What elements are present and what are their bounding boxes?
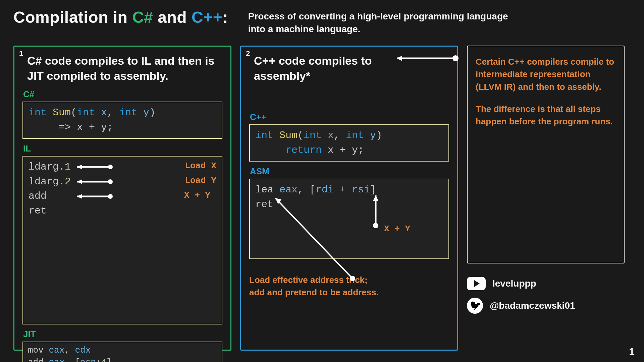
title-cpp: C++ [192,8,222,26]
twitter-icon [467,298,483,314]
il-annot-xy: X + Y [184,189,210,202]
asm-annot-xy: X + Y [384,223,410,236]
title-suffix: : [222,8,228,26]
code-cpp: int Sum(int x, int y) return x + y; [249,124,449,162]
page-title: Compilation in C# and C++: [13,8,228,26]
youtube-link[interactable]: leveluppp [467,277,625,290]
arrow-icon [77,165,117,169]
svg-point-17 [452,55,459,61]
svg-marker-4 [77,179,82,184]
twitter-link[interactable]: @badamczewski01 [467,298,625,314]
svg-point-2 [108,165,113,169]
youtube-icon [467,277,486,290]
page-number: 1 [629,346,635,357]
youtube-handle: leveluppp [492,278,536,289]
side-note-p1: Certain C++ compilers compile to interme… [476,56,616,94]
title-and: and [153,8,192,26]
svg-marker-10 [373,195,378,201]
cpp-heading: C++ code compiles to assembly* [249,53,449,84]
svg-point-5 [108,179,113,184]
svg-point-11 [373,223,378,228]
arrow-icon [371,195,381,229]
right-column: Certain C++ compilers compile to interme… [467,46,625,351]
cpp-panel: 2 C++ code compiles to assembly* C++ int… [240,46,458,351]
side-note: Certain C++ compilers compile to interme… [467,46,625,263]
twitter-handle: @badamczewski01 [490,300,575,311]
csharp-panel: 1 C# code compiles to IL and then is JIT… [13,46,231,351]
svg-marker-13 [275,198,281,204]
arrow-icon [77,194,117,199]
columns: 1 C# code compiles to IL and then is JIT… [0,39,644,351]
arrow-icon [77,179,117,184]
il-annot-loady: Load Y [185,175,216,187]
code-csharp: int Sum(int x, int y) => x + y; [22,102,222,139]
socials: leveluppp @badamczewski01 [467,277,625,314]
label-il: IL [23,143,222,154]
label-cpp: C++ [250,112,449,122]
svg-marker-1 [77,165,82,169]
label-csharp: C# [23,89,222,100]
panel-index-2: 2 [246,49,250,58]
arrow-icon [272,195,359,285]
label-asm: ASM [250,166,449,177]
side-note-p2: The difference is that all steps happen … [476,103,616,128]
title-bar: Compilation in C# and C++: Process of co… [0,0,644,39]
panel-index-1: 1 [19,49,23,58]
title-csharp: C# [132,8,153,26]
svg-line-12 [275,198,353,279]
svg-point-8 [108,194,113,199]
code-il: ldarg.1 ldarg.2 add ret Load X Load Y X … [22,156,222,324]
label-jit: JIT [23,329,222,340]
lea-note-l2: add and pretend to be address. [249,287,379,297]
csharp-heading: C# code compiles to IL and then is JIT c… [22,53,222,84]
svg-marker-7 [77,194,82,199]
lea-note: Load effective address trick; add and pr… [249,274,449,298]
subtitle: Process of converting a high-level progr… [248,8,523,36]
lea-note-l1: Load effective address trick; [249,275,368,285]
title-prefix: Compilation in [13,8,132,26]
il-annot-loadx: Load X [185,160,216,173]
code-jit: mov eax, edx add eax, [esp+4] ret 4 [22,342,222,362]
code-asm: lea eax, [rdi + rsi] ret X + Y [249,179,449,259]
